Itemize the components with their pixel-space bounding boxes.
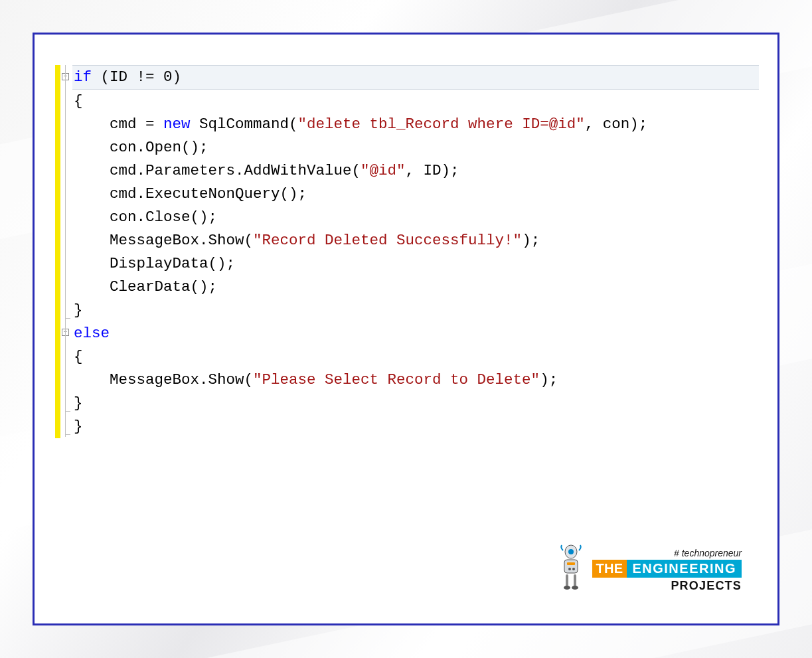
code-line[interactable]: } xyxy=(72,415,759,438)
code-line[interactable]: MessageBox.Show("Please Select Record to… xyxy=(72,369,759,392)
svg-point-8 xyxy=(564,586,570,590)
code-line[interactable]: cmd.ExecuteNonQuery(); xyxy=(72,183,759,206)
code-line[interactable]: { xyxy=(72,345,759,369)
fold-guide xyxy=(65,318,70,319)
code-line[interactable]: else xyxy=(72,322,759,345)
svg-point-4 xyxy=(568,568,571,570)
code-line[interactable]: con.Close(); xyxy=(72,206,759,229)
code-line[interactable]: cmd.Parameters.AddWithValue("@id", ID); xyxy=(72,159,759,183)
svg-point-5 xyxy=(572,568,575,570)
fold-guide xyxy=(65,434,70,435)
code-lines[interactable]: if (ID != 0){ cmd = new SqlCommand("dele… xyxy=(72,65,759,438)
logo-projects: PROJECTS xyxy=(671,579,742,593)
robot-icon xyxy=(555,544,587,593)
svg-rect-7 xyxy=(574,574,576,586)
code-line[interactable]: } xyxy=(72,299,759,322)
logo-tagline: # technopreneur xyxy=(674,548,742,558)
svg-point-1 xyxy=(568,549,574,554)
svg-rect-2 xyxy=(564,560,578,573)
modification-bar xyxy=(55,65,60,438)
svg-rect-6 xyxy=(566,574,568,586)
code-line[interactable]: if (ID != 0) xyxy=(72,65,759,90)
logo-the: THE xyxy=(592,560,627,578)
watermark-logo: # technopreneur THE ENGINEERING PROJECTS xyxy=(555,544,742,593)
fold-gutter: −− xyxy=(60,65,72,437)
code-line[interactable]: DisplayData(); xyxy=(72,252,759,276)
svg-rect-3 xyxy=(567,562,575,565)
code-editor: −− if (ID != 0){ cmd = new SqlCommand("d… xyxy=(55,65,759,438)
content-frame: −− if (ID != 0){ cmd = new SqlCommand("d… xyxy=(33,33,779,625)
code-line[interactable]: MessageBox.Show("Record Deleted Successf… xyxy=(72,229,759,252)
code-line[interactable]: { xyxy=(72,90,759,113)
logo-engineering: ENGINEERING xyxy=(627,560,742,578)
code-line[interactable]: con.Open(); xyxy=(72,136,759,159)
fold-guide xyxy=(65,65,66,437)
code-line[interactable]: ClearData(); xyxy=(72,276,759,299)
code-line[interactable]: } xyxy=(72,392,759,415)
code-line[interactable]: cmd = new SqlCommand("delete tbl_Record … xyxy=(72,113,759,136)
fold-guide xyxy=(65,411,70,412)
svg-point-9 xyxy=(572,586,578,590)
